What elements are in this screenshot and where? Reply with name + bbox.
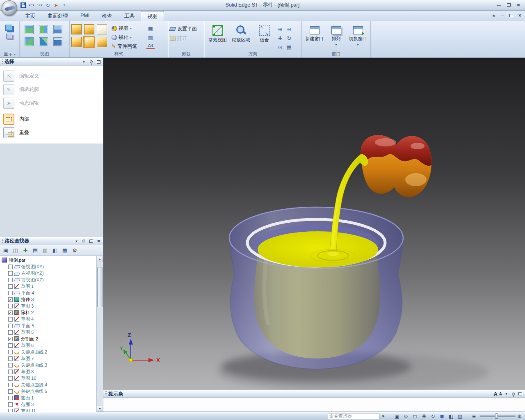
tree-item-checkbox[interactable]: [8, 363, 13, 368]
zoom-in-icon[interactable]: ⊕: [517, 413, 522, 419]
command-finder-go-icon[interactable]: ➤: [381, 413, 385, 419]
tree-item[interactable]: 草图 1: [0, 283, 96, 290]
select-option-icon[interactable]: ➤: [3, 98, 14, 109]
panel-grip[interactable]: [2, 239, 3, 244]
scroll-up-icon[interactable]: ▲: [97, 256, 103, 262]
zoom-slider[interactable]: ⊖ ⊕: [470, 413, 522, 420]
zoom-icon[interactable]: ⊙: [402, 413, 410, 420]
select-option-1[interactable]: ⇱编辑定义: [0, 69, 103, 83]
tree-item-checkbox[interactable]: [8, 291, 13, 295]
display-dropdown[interactable]: 显示 ▾: [0, 51, 19, 57]
doc-minimize-icon[interactable]: —: [499, 12, 506, 18]
part-pen-button[interactable]: ✎ 零件画笔: [110, 42, 144, 50]
panel-grip[interactable]: [2, 59, 3, 64]
right-view-icon[interactable]: [53, 25, 62, 34]
pin-icon[interactable]: [81, 238, 87, 244]
tree-scrollbar[interactable]: ▲ ▼: [96, 256, 103, 412]
view-styles-icon[interactable]: ◧: [447, 413, 455, 420]
pan-icon[interactable]: ✚: [276, 34, 284, 42]
doc-close-icon[interactable]: ✖: [516, 12, 523, 18]
tree-item[interactable]: 右视图(YZ): [0, 270, 96, 276]
settings-icon[interactable]: ⚙: [70, 246, 79, 255]
open-clip-button[interactable]: 打开: [170, 35, 202, 42]
tree-item-checkbox[interactable]: ✓: [8, 297, 13, 302]
rotate-icon[interactable]: ↻: [285, 34, 293, 42]
tree-root[interactable]: 倾倒.par: [0, 257, 96, 263]
tree-item-checkbox[interactable]: [8, 271, 13, 276]
tree-item-checkbox[interactable]: [8, 304, 13, 308]
select-option-4[interactable]: 内部: [0, 112, 103, 126]
report-icon[interactable]: ▦: [60, 246, 69, 255]
zoom-area-icon[interactable]: ▣: [393, 413, 401, 420]
sheet-a4-icon[interactable]: A4: [146, 43, 155, 49]
zoom-slider-track[interactable]: [479, 415, 516, 417]
tree-item-checkbox[interactable]: [8, 376, 13, 381]
tab-主页[interactable]: 主页: [19, 11, 41, 21]
panel-menu-icon[interactable]: ▾: [81, 59, 87, 64]
iso-view-icon[interactable]: [25, 37, 34, 46]
tree-item[interactable]: ✖范围 3: [0, 401, 96, 408]
named-views-icon[interactable]: ▦: [285, 43, 293, 51]
select-option-3[interactable]: ➤动态编辑: [0, 96, 103, 110]
zoom-slider-handle[interactable]: [495, 413, 498, 419]
show-all-icon[interactable]: [5, 25, 12, 31]
tree-item[interactable]: ✓分割面 2: [0, 336, 96, 342]
shaded-view-icon[interactable]: ◼: [438, 413, 446, 420]
tree-item[interactable]: 草图 11: [0, 408, 96, 412]
tab-PMI[interactable]: PMI: [74, 11, 96, 21]
tab-检查[interactable]: 检查: [96, 11, 118, 21]
tree-item-checkbox[interactable]: [8, 330, 13, 335]
close-icon[interactable]: ✖: [514, 2, 523, 8]
arrange-button[interactable]: 排列▾: [325, 24, 347, 47]
tree-item[interactable]: 平面 5: [0, 322, 96, 329]
visible-edge-style-icon[interactable]: [97, 24, 107, 34]
help-icon[interactable]: ◈: [490, 12, 498, 18]
tab-工具[interactable]: 工具: [118, 11, 141, 21]
view-style-dropdown[interactable]: 视图▾: [110, 24, 144, 32]
grid-options-icon[interactable]: ▦: [146, 25, 155, 32]
tree-item[interactable]: 俯视图(XY): [0, 263, 96, 270]
float-panel-icon[interactable]: [89, 238, 94, 244]
hidden-edge-style-icon[interactable]: [84, 24, 94, 34]
tree-item-checkbox[interactable]: [8, 356, 13, 361]
pin-icon[interactable]: [511, 391, 516, 397]
capture-icon[interactable]: ◧: [50, 246, 59, 255]
select-option-icon[interactable]: ⇱: [3, 71, 14, 82]
tree-item-checkbox[interactable]: [8, 383, 13, 387]
command-finder-input[interactable]: [328, 413, 379, 419]
tree-item[interactable]: 草图 7: [0, 355, 96, 362]
float-panel-icon[interactable]: [96, 59, 101, 64]
minimize-icon[interactable]: —: [495, 2, 503, 8]
tree-item[interactable]: 关键点曲线 4: [0, 381, 96, 388]
shaded-with-edges-style-icon[interactable]: [84, 37, 94, 47]
select-option-icon[interactable]: ✎: [3, 84, 14, 95]
tree-item[interactable]: 关键点曲线 3: [0, 362, 96, 368]
set-plane-button[interactable]: 设置平面: [170, 25, 202, 32]
tab-曲面处理[interactable]: 曲面处理: [41, 11, 74, 21]
tree-item[interactable]: 草图 8: [0, 368, 96, 375]
window-layout-icon[interactable]: ▤: [456, 413, 464, 420]
dimetric-view-icon[interactable]: [39, 37, 48, 46]
trimetric-view-icon[interactable]: [53, 37, 62, 46]
tree-item-checkbox[interactable]: [8, 278, 13, 282]
panel-grip[interactable]: [105, 391, 107, 396]
tree-item-checkbox[interactable]: [8, 396, 13, 400]
tree-item[interactable]: 草图 10: [0, 375, 96, 381]
tree-item-checkbox[interactable]: [8, 350, 13, 354]
smooth-style-icon[interactable]: [97, 37, 107, 47]
select-option-icon[interactable]: [3, 114, 14, 125]
sharpen-dropdown[interactable]: 锐化▾: [110, 33, 144, 41]
tree-item-checkbox[interactable]: [8, 402, 13, 407]
tree-item[interactable]: ✓除料 2: [0, 309, 96, 316]
pin-icon[interactable]: [89, 59, 94, 64]
zoom-in-icon[interactable]: ⊕: [276, 25, 284, 33]
tree-item[interactable]: 草图 4: [0, 316, 96, 322]
tree-item[interactable]: 关键点曲线 5: [0, 388, 96, 395]
panel-menu-icon[interactable]: ▾: [74, 238, 79, 244]
zoom-area-button[interactable]: 缩放区域: [229, 24, 253, 51]
tree-item-checkbox[interactable]: [8, 324, 13, 328]
tree-item-checkbox[interactable]: [8, 389, 13, 394]
tree-item-checkbox[interactable]: ✓: [8, 310, 13, 315]
maximize-icon[interactable]: [504, 2, 513, 8]
front-view-icon[interactable]: [39, 25, 48, 34]
